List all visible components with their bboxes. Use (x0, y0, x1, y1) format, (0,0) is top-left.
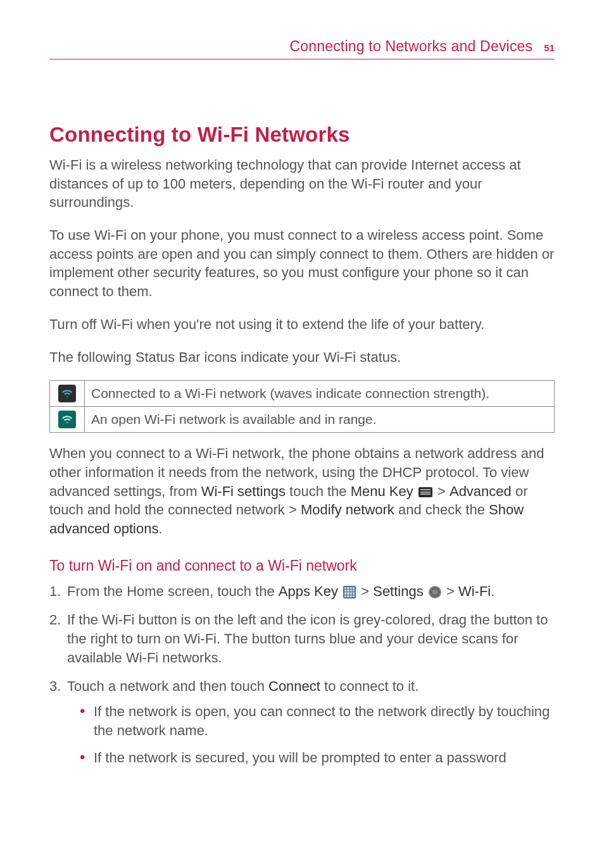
text-run: > (357, 583, 373, 599)
list-item: If the Wi-Fi button is on the left and t… (61, 611, 555, 667)
text-run: . (158, 521, 162, 536)
after-table-paragraph: When you connect to a Wi-Fi network, the… (49, 444, 555, 538)
modify-network-label: Modify network (301, 502, 394, 518)
page-header: Connecting to Networks and Devices 51 (49, 38, 555, 59)
intro-paragraph-1: Wi-Fi is a wireless networking technolog… (49, 156, 555, 212)
table-cell-description: An open Wi-Fi network is available and i… (85, 407, 555, 433)
text-run: From the Home screen, touch the (67, 583, 279, 599)
intro-paragraph-3: Turn off Wi-Fi when you're not using it … (49, 315, 555, 334)
gear-icon (429, 586, 441, 598)
wifi-connected-icon (58, 385, 76, 402)
table-cell-description: Connected to a Wi-Fi network (waves indi… (85, 381, 555, 407)
advanced-label: Advanced (450, 483, 512, 499)
bullet-list: If the network is open, you can connect … (67, 702, 555, 767)
intro-paragraph-2: To use Wi-Fi on your phone, you must con… (49, 226, 555, 301)
table-row: An open Wi-Fi network is available and i… (50, 407, 555, 433)
wifi-settings-label: Wi-Fi settings (201, 483, 286, 499)
settings-label: Settings (373, 583, 424, 599)
text-run: Touch a network and then touch (67, 678, 268, 694)
text-run: to connect to it. (320, 678, 418, 694)
list-item: From the Home screen, touch the Apps Key… (61, 582, 555, 601)
icon-cell (50, 381, 85, 407)
list-item: Touch a network and then touch Connect t… (61, 677, 555, 767)
apps-key-label: Apps Key (279, 583, 338, 599)
text-run: . (491, 583, 494, 599)
header-page-number: 51 (544, 42, 555, 53)
table-row: Connected to a Wi-Fi network (waves indi… (50, 381, 555, 407)
sub-heading: To turn Wi-Fi on and connect to a Wi-Fi … (49, 557, 555, 574)
icon-cell (50, 407, 85, 433)
list-item: If the network is secured, you will be p… (80, 748, 555, 767)
apps-key-icon (343, 586, 356, 598)
main-heading: Connecting to Wi-Fi Networks (49, 123, 555, 147)
connect-label: Connect (268, 678, 320, 694)
wifi-label: Wi-Fi (458, 583, 491, 599)
header-title: Connecting to Networks and Devices (289, 38, 532, 55)
list-item: If the network is open, you can connect … (80, 702, 555, 740)
intro-paragraph-4: The following Status Bar icons indicate … (49, 348, 555, 367)
menu-key-icon (418, 487, 432, 497)
steps-list: From the Home screen, touch the Apps Key… (49, 582, 555, 768)
text-run: touch the (286, 483, 351, 499)
wifi-open-icon (58, 411, 76, 428)
status-icon-table: Connected to a Wi-Fi network (waves indi… (49, 380, 555, 433)
text-run: and check the (394, 502, 489, 518)
menu-key-label: Menu Key (351, 483, 413, 499)
text-run: > (443, 583, 458, 599)
